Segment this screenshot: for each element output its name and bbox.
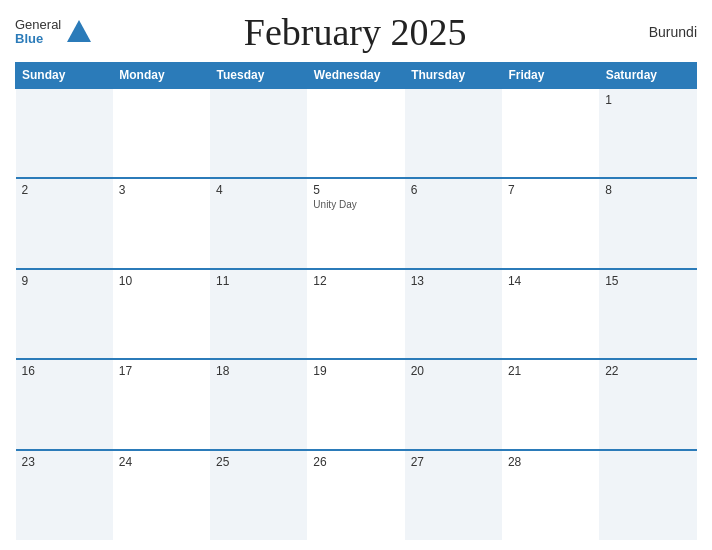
weekday-header-row: SundayMondayTuesdayWednesdayThursdayFrid… xyxy=(16,63,697,89)
month-title: February 2025 xyxy=(93,10,617,54)
day-number: 23 xyxy=(22,455,107,469)
calendar-cell: 11 xyxy=(210,269,307,359)
day-number: 27 xyxy=(411,455,496,469)
day-number: 22 xyxy=(605,364,690,378)
calendar-cell: 9 xyxy=(16,269,113,359)
calendar-header: General Blue February 2025 Burundi xyxy=(15,10,697,54)
day-number: 18 xyxy=(216,364,301,378)
day-number: 1 xyxy=(605,93,690,107)
calendar-week-row: 9101112131415 xyxy=(16,269,697,359)
day-number: 7 xyxy=(508,183,593,197)
weekday-header-tuesday: Tuesday xyxy=(210,63,307,89)
svg-marker-0 xyxy=(67,20,91,42)
day-number: 26 xyxy=(313,455,398,469)
calendar-cell: 8 xyxy=(599,178,696,268)
calendar-week-row: 2345Unity Day678 xyxy=(16,178,697,268)
calendar-cell xyxy=(16,88,113,178)
weekday-header-wednesday: Wednesday xyxy=(307,63,404,89)
weekday-header-saturday: Saturday xyxy=(599,63,696,89)
calendar-cell: 19 xyxy=(307,359,404,449)
weekday-header-thursday: Thursday xyxy=(405,63,502,89)
calendar-cell xyxy=(210,88,307,178)
day-number: 15 xyxy=(605,274,690,288)
calendar-cell: 24 xyxy=(113,450,210,540)
day-number: 12 xyxy=(313,274,398,288)
day-number: 6 xyxy=(411,183,496,197)
day-number: 3 xyxy=(119,183,204,197)
calendar-cell: 21 xyxy=(502,359,599,449)
holiday-label: Unity Day xyxy=(313,199,398,210)
calendar-cell: 17 xyxy=(113,359,210,449)
day-number: 24 xyxy=(119,455,204,469)
day-number: 16 xyxy=(22,364,107,378)
day-number: 20 xyxy=(411,364,496,378)
logo-general-text: General xyxy=(15,18,61,32)
logo: General Blue xyxy=(15,18,93,47)
calendar-cell: 18 xyxy=(210,359,307,449)
calendar-cell: 6 xyxy=(405,178,502,268)
weekday-header-sunday: Sunday xyxy=(16,63,113,89)
day-number: 17 xyxy=(119,364,204,378)
day-number: 19 xyxy=(313,364,398,378)
calendar-cell: 25 xyxy=(210,450,307,540)
calendar-cell: 4 xyxy=(210,178,307,268)
calendar-cell xyxy=(405,88,502,178)
calendar-cell: 23 xyxy=(16,450,113,540)
calendar-cell: 12 xyxy=(307,269,404,359)
logo-blue-text: Blue xyxy=(15,32,61,46)
day-number: 11 xyxy=(216,274,301,288)
day-number: 8 xyxy=(605,183,690,197)
calendar-week-row: 232425262728 xyxy=(16,450,697,540)
calendar-week-row: 1 xyxy=(16,88,697,178)
calendar-cell: 15 xyxy=(599,269,696,359)
calendar-cell: 2 xyxy=(16,178,113,268)
day-number: 21 xyxy=(508,364,593,378)
calendar-cell: 14 xyxy=(502,269,599,359)
day-number: 4 xyxy=(216,183,301,197)
calendar-cell: 20 xyxy=(405,359,502,449)
day-number: 5 xyxy=(313,183,398,197)
calendar-table: SundayMondayTuesdayWednesdayThursdayFrid… xyxy=(15,62,697,540)
country-label: Burundi xyxy=(617,24,697,40)
day-number: 13 xyxy=(411,274,496,288)
weekday-header-monday: Monday xyxy=(113,63,210,89)
calendar-cell: 3 xyxy=(113,178,210,268)
logo-icon xyxy=(65,18,93,46)
day-number: 9 xyxy=(22,274,107,288)
calendar-cell: 13 xyxy=(405,269,502,359)
calendar-cell xyxy=(502,88,599,178)
calendar-cell: 7 xyxy=(502,178,599,268)
day-number: 28 xyxy=(508,455,593,469)
calendar-cell: 5Unity Day xyxy=(307,178,404,268)
calendar-cell: 26 xyxy=(307,450,404,540)
calendar-cell: 27 xyxy=(405,450,502,540)
day-number: 25 xyxy=(216,455,301,469)
calendar-cell: 16 xyxy=(16,359,113,449)
calendar-cell: 22 xyxy=(599,359,696,449)
calendar-cell: 1 xyxy=(599,88,696,178)
calendar-cell: 28 xyxy=(502,450,599,540)
calendar-cell: 10 xyxy=(113,269,210,359)
calendar-cell xyxy=(307,88,404,178)
calendar-thead: SundayMondayTuesdayWednesdayThursdayFrid… xyxy=(16,63,697,89)
calendar-cell xyxy=(113,88,210,178)
calendar-cell xyxy=(599,450,696,540)
calendar-tbody: 12345Unity Day67891011121314151617181920… xyxy=(16,88,697,540)
weekday-header-friday: Friday xyxy=(502,63,599,89)
calendar-week-row: 16171819202122 xyxy=(16,359,697,449)
day-number: 2 xyxy=(22,183,107,197)
day-number: 14 xyxy=(508,274,593,288)
day-number: 10 xyxy=(119,274,204,288)
calendar-container: General Blue February 2025 Burundi Sunda… xyxy=(0,0,712,550)
